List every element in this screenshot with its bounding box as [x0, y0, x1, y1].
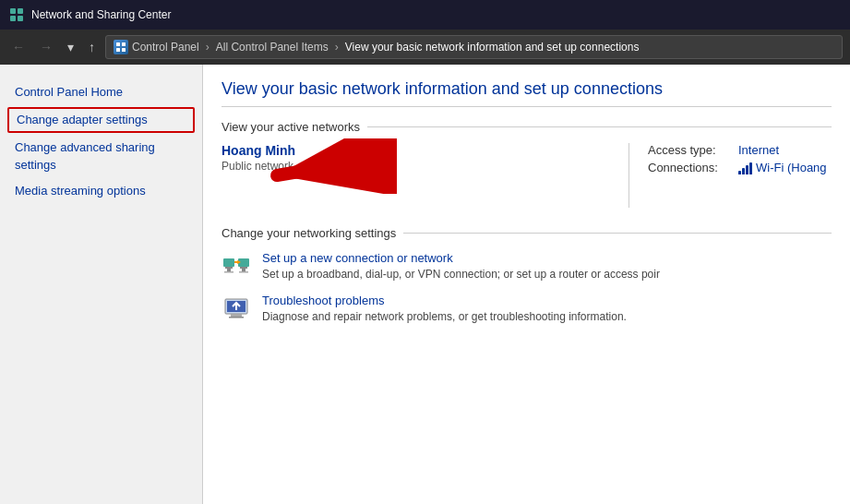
new-connection-desc: Set up a broadband, dial-up, or VPN conn…	[262, 268, 660, 281]
page-title: View your basic network information and …	[221, 79, 832, 107]
troubleshoot-item: Troubleshoot problems Diagnose and repai…	[221, 294, 832, 323]
address-bar: ← → ▾ ↑ Control Panel › All Control Pane…	[0, 30, 850, 65]
breadcrumb-current: View your basic network information and …	[345, 41, 640, 54]
svg-rect-21	[231, 314, 242, 317]
wifi-icon	[738, 162, 752, 174]
new-connection-text: Set up a new connection or network Set u…	[262, 251, 660, 281]
svg-rect-15	[242, 269, 245, 271]
svg-rect-5	[122, 42, 126, 46]
dropdown-button[interactable]: ▾	[63, 36, 78, 58]
svg-rect-6	[116, 48, 120, 52]
connections-text: Wi-Fi (Hoang	[756, 161, 827, 174]
sidebar-item-change-advanced[interactable]: Change advanced sharing settings	[0, 135, 202, 177]
access-type-row: Access type: Internet	[648, 143, 832, 157]
svg-rect-10	[225, 267, 233, 269]
network-details: Access type: Internet Connections: Wi-Fi…	[629, 143, 832, 208]
svg-rect-7	[122, 48, 126, 52]
main-container: Control Panel Home Change adapter settin…	[0, 65, 850, 504]
access-type-value: Internet	[738, 143, 779, 157]
settings-header: Change your networking settings	[221, 226, 832, 240]
svg-rect-16	[239, 271, 248, 273]
sidebar-item-media-streaming[interactable]: Media streaming options	[0, 178, 202, 204]
troubleshoot-icon	[221, 294, 251, 323]
connections-label: Connections:	[648, 161, 731, 174]
network-info: Hoang Minh Public network	[221, 143, 629, 208]
sidebar-item-change-adapter[interactable]: Change adapter settings	[7, 107, 195, 133]
troubleshoot-desc: Diagnose and repair network problems, or…	[262, 310, 627, 323]
content-area: View your basic network information and …	[203, 65, 850, 504]
up-button[interactable]: ↑	[84, 36, 100, 58]
new-connection-item: Set up a new connection or network Set u…	[221, 251, 832, 281]
svg-rect-1	[18, 8, 23, 14]
sidebar: Control Panel Home Change adapter settin…	[0, 65, 203, 504]
title-bar: Network and Sharing Center	[0, 0, 850, 30]
connections-row: Connections: Wi-Fi (Hoang	[648, 161, 832, 174]
address-icon	[114, 40, 128, 54]
breadcrumb-control-panel[interactable]: Control Panel	[132, 41, 199, 54]
svg-rect-3	[18, 16, 23, 21]
svg-rect-14	[240, 267, 247, 269]
svg-rect-22	[229, 317, 244, 318]
back-button[interactable]: ←	[7, 36, 30, 58]
network-type: Public network	[221, 160, 610, 173]
new-connection-link[interactable]: Set up a new connection or network	[262, 251, 660, 265]
settings-section: Change your networking settings	[221, 226, 832, 323]
active-networks-section: Hoang Minh Public network Access type: I…	[221, 143, 832, 208]
troubleshoot-text: Troubleshoot problems Diagnose and repai…	[262, 294, 627, 323]
connections-value[interactable]: Wi-Fi (Hoang	[738, 161, 827, 174]
network-name[interactable]: Hoang Minh	[221, 143, 610, 158]
svg-rect-2	[10, 16, 16, 21]
svg-rect-4	[116, 42, 120, 46]
active-networks-header: View your active networks	[221, 120, 832, 134]
svg-rect-11	[227, 269, 231, 271]
forward-button[interactable]: →	[35, 36, 57, 58]
new-connection-icon	[221, 251, 251, 281]
window-title: Network and Sharing Center	[31, 8, 171, 21]
address-box[interactable]: Control Panel › All Control Panel Items …	[105, 35, 843, 59]
breadcrumb-all-items[interactable]: All Control Panel Items	[216, 41, 329, 54]
access-type-label: Access type:	[648, 143, 731, 157]
sidebar-item-control-panel-home[interactable]: Control Panel Home	[0, 79, 202, 105]
troubleshoot-link[interactable]: Troubleshoot problems	[262, 294, 627, 307]
svg-rect-12	[224, 271, 233, 273]
svg-rect-0	[10, 8, 16, 14]
app-icon	[9, 7, 24, 22]
svg-rect-9	[223, 258, 234, 267]
